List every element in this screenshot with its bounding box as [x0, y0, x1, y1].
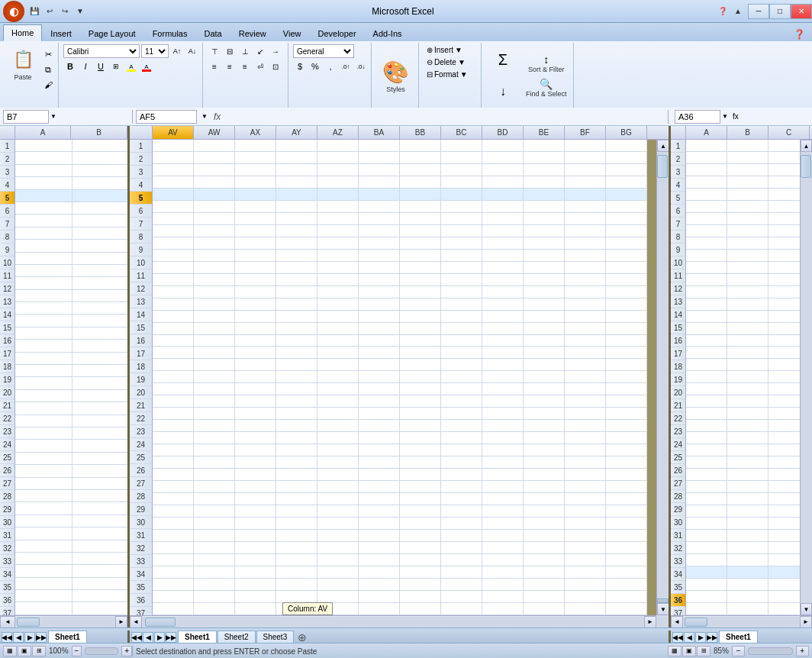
cell-BB11[interactable] [400, 262, 441, 274]
fill-color-button[interactable]: A [124, 60, 138, 73]
cell-BE16[interactable] [524, 323, 565, 335]
cell-AW1[interactable] [194, 140, 235, 152]
help-button[interactable]: ❓ [716, 5, 730, 18]
zoom-out-button[interactable]: − [732, 646, 745, 656]
rn-33[interactable]: 33 [130, 555, 152, 568]
right-cell-B22[interactable] [727, 395, 768, 408]
left-cell-A38[interactable] [15, 602, 72, 614]
cell-AY20[interactable] [276, 371, 317, 383]
cell-BA34[interactable] [359, 542, 400, 554]
cell-BE5[interactable] [524, 189, 565, 201]
cell-AV24[interactable] [153, 420, 194, 432]
cell-AX19[interactable] [235, 359, 276, 371]
cell-AY5[interactable] [276, 189, 317, 201]
right-rn-17[interactable]: 17 [671, 347, 685, 360]
cell-BF17[interactable] [565, 335, 606, 347]
cell-BA18[interactable] [359, 347, 400, 359]
right-cell-C12[interactable] [768, 274, 800, 286]
rn-25[interactable]: 25 [130, 451, 152, 464]
right-vscroll-up[interactable]: ▲ [801, 140, 812, 152]
cell-AY22[interactable] [276, 395, 317, 408]
cell-BC33[interactable] [441, 530, 482, 542]
right-rn-1[interactable]: 1 [671, 140, 685, 153]
right-cell-B34[interactable] [727, 542, 768, 554]
name-box[interactable] [136, 110, 197, 124]
cell-BE11[interactable] [524, 262, 565, 274]
right-rn-31[interactable]: 31 [671, 529, 685, 542]
help-icon[interactable]: ❓ [792, 27, 806, 41]
cell-BF30[interactable] [565, 493, 606, 505]
cell-BB39[interactable] [400, 603, 441, 615]
left-rn-30[interactable]: 30 [0, 516, 14, 529]
cell-BA19[interactable] [359, 359, 400, 371]
rn-13[interactable]: 13 [130, 295, 152, 308]
cell-BE2[interactable] [524, 152, 565, 164]
cell-BD27[interactable] [482, 456, 524, 469]
cell-BG31[interactable] [606, 505, 647, 518]
cell-AZ33[interactable] [317, 530, 359, 542]
col-bf-header[interactable]: BF [565, 126, 606, 139]
right-hscroll-right[interactable]: ► [800, 616, 812, 628]
cell-AY17[interactable] [276, 335, 317, 347]
format-cells-button[interactable]: ⊟ Format ▼ [424, 69, 471, 80]
right-cell-B12[interactable] [727, 274, 768, 286]
right-cell-A30[interactable] [686, 493, 727, 505]
cell-BC9[interactable] [441, 237, 482, 250]
right-cell-A33[interactable] [686, 530, 727, 542]
cell-BE32[interactable] [524, 518, 565, 530]
cell-BB17[interactable] [400, 335, 441, 347]
redo-button[interactable]: ↪ [58, 5, 72, 18]
underline-button[interactable]: U [94, 60, 108, 73]
left-cell-B4[interactable] [72, 177, 127, 189]
rn-5[interactable]: 5 [130, 192, 152, 205]
left-cell-A24[interactable] [15, 427, 72, 440]
cell-BD15[interactable] [482, 311, 524, 323]
cell-AZ2[interactable] [317, 152, 359, 164]
cell-BF2[interactable] [565, 152, 606, 164]
cell-BF25[interactable] [565, 432, 606, 444]
cell-AX3[interactable] [235, 164, 276, 176]
right-rn-24[interactable]: 24 [671, 438, 685, 451]
right-rn-9[interactable]: 9 [671, 244, 685, 256]
cell-AW3[interactable] [194, 164, 235, 176]
cell-BC8[interactable] [441, 225, 482, 237]
currency-button[interactable]: $ [293, 60, 307, 73]
cell-BG13[interactable] [606, 286, 647, 298]
left-cell-B31[interactable] [72, 515, 127, 527]
rn-37[interactable]: 37 [130, 607, 152, 615]
cell-AX12[interactable] [235, 274, 276, 286]
cell-AY19[interactable] [276, 359, 317, 371]
left-name-box[interactable] [3, 110, 49, 124]
cell-BA1[interactable] [359, 140, 400, 152]
left-cell-B5[interactable] [72, 190, 127, 202]
right-cell-A27[interactable] [686, 456, 727, 469]
cell-BC19[interactable] [441, 359, 482, 371]
left-rn-29[interactable]: 29 [0, 503, 14, 516]
cell-BC4[interactable] [441, 176, 482, 189]
cell-BA13[interactable] [359, 286, 400, 298]
cell-BB27[interactable] [400, 456, 441, 469]
cell-BC23[interactable] [441, 408, 482, 420]
left-dropdown-icon[interactable]: ▼ [50, 113, 56, 120]
cell-BG33[interactable] [606, 530, 647, 542]
right-cell-C34[interactable] [768, 542, 800, 554]
left-cell-B1[interactable] [72, 140, 127, 152]
cell-AW20[interactable] [194, 371, 235, 383]
left-cell-A21[interactable] [15, 390, 72, 402]
right-cell-B26[interactable] [727, 444, 768, 456]
cell-BG28[interactable] [606, 469, 647, 481]
cell-BG16[interactable] [606, 323, 647, 335]
cell-BF33[interactable] [565, 530, 606, 542]
right-cell-A11[interactable] [686, 262, 727, 274]
cell-BC10[interactable] [441, 250, 482, 262]
left-cell-B25[interactable] [72, 440, 127, 452]
cell-BC1[interactable] [441, 140, 482, 152]
cell-BA24[interactable] [359, 420, 400, 432]
left-rn-25[interactable]: 25 [0, 451, 14, 464]
cell-BC36[interactable] [441, 566, 482, 579]
left-rn-7[interactable]: 7 [0, 218, 14, 231]
cell-BB7[interactable] [400, 213, 441, 225]
right-cell-B11[interactable] [727, 262, 768, 274]
cell-BE15[interactable] [524, 311, 565, 323]
cell-AZ32[interactable] [317, 518, 359, 530]
